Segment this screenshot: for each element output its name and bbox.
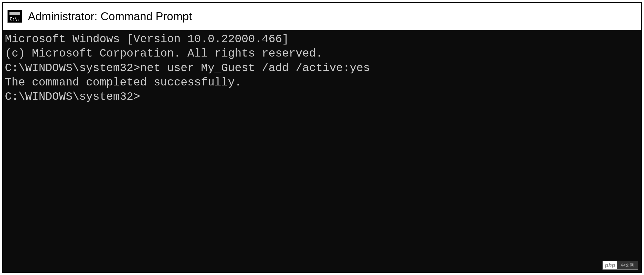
terminal-prompt: C:\WINDOWS\system32>: [5, 90, 140, 103]
terminal-result: The command completed successfully.: [5, 75, 639, 90]
terminal-output[interactable]: Microsoft Windows [Version 10.0.22000.46…: [3, 30, 641, 272]
terminal-line-copyright: (c) Microsoft Corporation. All rights re…: [5, 46, 639, 61]
command-prompt-window: C:\. Administrator: Command Prompt Micro…: [2, 2, 642, 273]
terminal-command-line: C:\WINDOWS\system32>net user My_Guest /a…: [5, 61, 639, 75]
terminal-current-prompt-line: C:\WINDOWS\system32>: [5, 90, 639, 104]
window-titlebar[interactable]: C:\. Administrator: Command Prompt: [3, 3, 641, 30]
cmd-icon-text: C:\.: [9, 16, 19, 21]
watermark-right: 中文网: [617, 261, 638, 269]
terminal-prompt: C:\WINDOWS\system32>: [5, 62, 140, 74]
window-title: Administrator: Command Prompt: [28, 10, 192, 23]
terminal-command: net user My_Guest /add /active:yes: [140, 62, 370, 74]
watermark-left: php: [603, 261, 617, 269]
terminal-line-version: Microsoft Windows [Version 10.0.22000.46…: [5, 32, 639, 46]
cmd-icon: C:\.: [7, 10, 22, 23]
watermark-badge: php 中文网: [603, 261, 638, 270]
